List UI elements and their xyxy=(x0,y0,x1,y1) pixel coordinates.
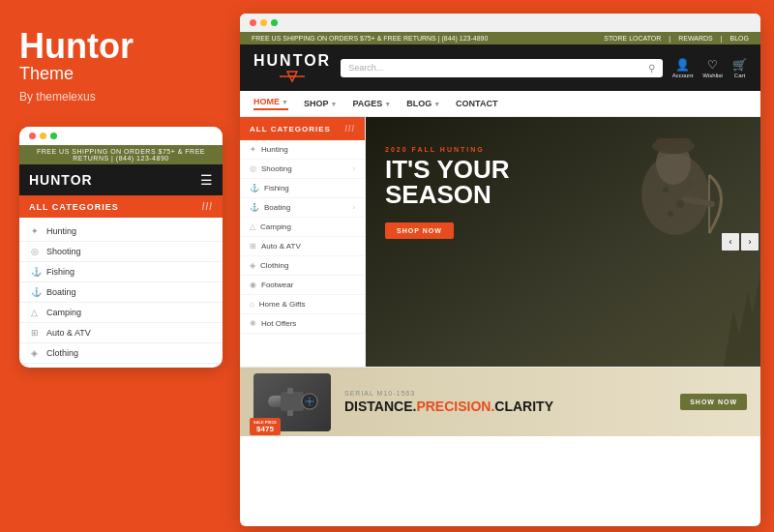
dot-red xyxy=(29,133,36,139)
mobile-mockup: FREE US SHIPPING ON ORDERS $75+ & FREE R… xyxy=(19,127,223,368)
nav-item-home[interactable]: HOME ▼ xyxy=(253,97,288,110)
topstrip-right-links: STORE LOCATOR | REWARDS | BLOG xyxy=(604,35,749,42)
list-item[interactable]: ⚓ Boating xyxy=(19,282,223,303)
search-icon[interactable]: ⚲ xyxy=(648,63,655,74)
account-icon: 👤 xyxy=(675,58,690,72)
list-item[interactable]: ⚓Boating › xyxy=(240,198,365,218)
nav-item-shop[interactable]: SHOP ▼ xyxy=(304,99,337,108)
svg-rect-7 xyxy=(656,138,691,150)
chevron-down-icon: ▼ xyxy=(282,99,288,105)
promo-banner: SALE PRICE $475 SERIAL M10-1563 DISTANCE… xyxy=(240,367,760,436)
wishlist-icon-item[interactable]: ♡ Wishlist xyxy=(702,58,723,78)
list-item[interactable]: ⊞ Auto & ATV xyxy=(19,323,223,343)
promo-product-image: SALE PRICE $475 xyxy=(253,373,331,431)
categories-panel-header: ALL CATEGORIES xyxy=(240,117,365,140)
list-item[interactable]: ◎Shooting › xyxy=(240,160,365,179)
promo-serial: SERIAL M10-1563 xyxy=(344,390,667,397)
nav-item-contact[interactable]: CONTACT xyxy=(456,99,497,108)
desktop-logo: HUNTOR xyxy=(253,52,331,70)
desktop-nav: HOME ▼ SHOP ▼ PAGES ▼ BLOG ▼ CONTACT xyxy=(240,91,760,117)
mobile-categories-list: ✦ Hunting ◎ Shooting ⚓ Fishing ⚓ Boating… xyxy=(19,218,223,368)
list-item[interactable]: ◈Clothing xyxy=(240,256,365,276)
svg-point-11 xyxy=(676,200,684,208)
left-panel: Huntor Theme By themelexus FREE US SHIPP… xyxy=(0,0,232,532)
search-bar[interactable]: Search... ⚲ xyxy=(341,59,662,77)
desktop-header: HUNTOR Search... ⚲ 👤 Account ♡ Wishlist … xyxy=(240,44,760,91)
categories-panel: ALL CATEGORIES ✦Hunting ◎Shooting › ⚓Fis… xyxy=(240,117,366,367)
list-item[interactable]: ◈ Clothing xyxy=(19,343,223,364)
nav-item-blog[interactable]: BLOG ▼ xyxy=(406,99,440,108)
list-item[interactable]: △Camping xyxy=(240,218,365,237)
brand-by: By themelexus xyxy=(19,90,213,103)
list-item[interactable]: ⚓Fishing xyxy=(240,179,365,198)
account-icon-item[interactable]: 👤 Account xyxy=(672,58,694,78)
sale-badge: SALE PRICE $475 xyxy=(250,418,281,435)
mobile-browser-dots xyxy=(19,127,223,145)
hamburger-icon[interactable]: ☰ xyxy=(200,172,213,188)
search-input[interactable]: Search... xyxy=(348,63,647,73)
browser-dot-red xyxy=(250,19,256,26)
desktop-topstrip: FREE US SHIPPING ON ORDERS $75+ & FREE R… xyxy=(240,32,760,44)
chevron-down-icon: ▼ xyxy=(384,101,391,107)
mobile-logo: HUNTOR xyxy=(29,172,93,188)
hero-next-button[interactable]: › xyxy=(741,233,759,251)
list-item[interactable]: ◎ Shooting xyxy=(19,242,223,262)
mobile-header: HUNTOR ☰ xyxy=(19,164,223,195)
svg-point-12 xyxy=(668,211,673,217)
hero-text: 2020 FALL HUNTING IT'S YOUR SEASON SHOP … xyxy=(385,146,510,239)
list-item[interactable]: ⚓ Fishing xyxy=(19,262,223,282)
list-item[interactable]: ❋Hot Offers xyxy=(240,314,365,334)
cart-icon-item[interactable]: 🛒 Cart xyxy=(732,58,747,78)
promo-show-now-button[interactable]: SHOW NOW xyxy=(680,394,747,410)
categories-panel-list: ✦Hunting ◎Shooting › ⚓Fishing ⚓Boating ›… xyxy=(240,140,365,334)
logo-icon xyxy=(278,70,307,83)
browser-dot-green xyxy=(271,19,278,26)
hero-prev-button[interactable]: ‹ xyxy=(722,233,739,251)
dot-green xyxy=(50,133,57,139)
list-item[interactable]: △ Camping xyxy=(19,303,223,323)
chevron-down-icon: ▼ xyxy=(433,101,440,107)
dot-yellow xyxy=(40,133,46,139)
hero-title: IT'S YOUR SEASON xyxy=(385,157,510,207)
desktop-content: ALL CATEGORIES ✦Hunting ◎Shooting › ⚓Fis… xyxy=(240,117,760,367)
chevron-right-icon: › xyxy=(353,165,355,172)
promo-tagline: DISTANCE.PRECISION.Clarity xyxy=(344,399,667,414)
browser-dot-yellow xyxy=(260,19,267,26)
brand-subtitle: Theme xyxy=(19,64,213,84)
desktop-preview: FREE US SHIPPING ON ORDERS $75+ & FREE R… xyxy=(240,14,760,526)
list-item[interactable]: ✦Hunting xyxy=(240,140,365,160)
svg-point-10 xyxy=(663,187,669,192)
list-item[interactable]: ⊞Auto & ATV xyxy=(240,237,365,256)
svg-rect-23 xyxy=(287,388,293,394)
list-item[interactable]: ◉Footwear xyxy=(240,276,365,295)
desktop-logo-area: HUNTOR xyxy=(253,52,331,83)
browser-top-bar xyxy=(240,14,760,32)
svg-point-13 xyxy=(686,181,694,189)
chevron-down-icon: ▼ xyxy=(330,101,337,107)
list-item[interactable]: ✦ Hunting xyxy=(19,222,223,242)
nav-item-pages[interactable]: PAGES ▼ xyxy=(352,99,391,108)
mobile-categories-header: ALL CATEGORIES xyxy=(19,195,223,218)
heart-icon: ♡ xyxy=(707,58,718,72)
promo-text: SERIAL M10-1563 DISTANCE.PRECISION.Clari… xyxy=(344,390,667,414)
mobile-topstrip: FREE US SHIPPING ON ORDERS $75+ & FREE R… xyxy=(19,145,223,164)
svg-rect-18 xyxy=(281,392,304,411)
list-item[interactable]: ⌂Home & Gifts xyxy=(240,295,365,314)
hero-subtitle: 2020 FALL HUNTING xyxy=(385,146,510,153)
cart-icon: 🛒 xyxy=(732,58,747,72)
hero-shop-now-button[interactable]: SHOP NOW xyxy=(385,222,454,239)
brand-title: Huntor xyxy=(19,29,213,64)
chevron-right-icon: › xyxy=(353,204,355,211)
svg-rect-24 xyxy=(287,410,293,416)
hero-banner: 2020 FALL HUNTING IT'S YOUR SEASON SHOP … xyxy=(366,117,760,367)
header-icons: 👤 Account ♡ Wishlist 🛒 Cart xyxy=(672,58,747,78)
